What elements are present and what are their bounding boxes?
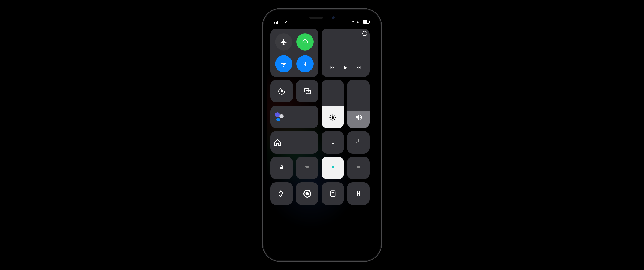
- signal-icon: [274, 20, 280, 24]
- home-tile-bedroom[interactable]: [347, 131, 370, 154]
- svg-point-13: [333, 141, 333, 141]
- screen-record-button[interactable]: [296, 182, 318, 205]
- svg-rect-21: [331, 192, 334, 193]
- cellular-toggle[interactable]: [296, 33, 314, 51]
- svg-point-16: [305, 166, 309, 168]
- rotation-lock-button[interactable]: [270, 80, 293, 102]
- fan-icon: [356, 139, 361, 144]
- play-button[interactable]: [343, 65, 348, 71]
- home-tile-kitchen[interactable]: [347, 157, 370, 179]
- prev-track-button[interactable]: [330, 65, 335, 71]
- svg-point-19: [306, 192, 309, 195]
- svg-point-23: [332, 193, 333, 194]
- home-favorites-tile[interactable]: [270, 131, 318, 154]
- airplane-toggle[interactable]: [275, 33, 292, 51]
- now-playing-tile[interactable]: [322, 29, 370, 77]
- connectivity-tile[interactable]: [270, 29, 318, 77]
- svg-point-27: [334, 195, 334, 195]
- svg-point-26: [332, 195, 333, 195]
- svg-line-8: [330, 116, 331, 116]
- lock-icon: [356, 20, 359, 23]
- screen-mirroring-button[interactable]: [296, 80, 318, 102]
- svg-point-25: [331, 195, 332, 195]
- calculator-button[interactable]: [322, 182, 344, 205]
- svg-point-17: [356, 166, 360, 168]
- home-tile-laundry[interactable]: [322, 131, 344, 154]
- svg-point-24: [334, 193, 334, 194]
- svg-line-10: [330, 119, 331, 120]
- svg-point-22: [331, 193, 332, 194]
- next-track-button[interactable]: [356, 65, 362, 71]
- home-icon: [274, 139, 281, 146]
- bluetooth-toggle[interactable]: [296, 55, 314, 73]
- home-tile-foyer[interactable]: [270, 157, 293, 179]
- notch: [297, 13, 347, 23]
- thermostat-badge: [332, 166, 334, 168]
- focus-icon: [275, 112, 284, 121]
- hearing-button[interactable]: [270, 182, 293, 205]
- brightness-slider[interactable]: [322, 80, 344, 128]
- lock-icon: [279, 164, 284, 170]
- light-icon: [356, 165, 361, 170]
- location-icon: [352, 20, 354, 23]
- tv-remote-button[interactable]: [347, 182, 370, 205]
- airplay-icon[interactable]: [362, 31, 367, 36]
- svg-line-11: [334, 116, 335, 116]
- battery-icon: [363, 20, 370, 24]
- svg-rect-12: [332, 140, 334, 143]
- wifi-icon: [283, 20, 288, 23]
- focus-button[interactable]: [270, 106, 318, 128]
- volume-slider[interactable]: [347, 80, 370, 128]
- svg-point-30: [358, 193, 359, 194]
- wifi-toggle[interactable]: [275, 55, 292, 73]
- light-icon: [304, 165, 310, 169]
- svg-line-9: [334, 119, 335, 120]
- svg-point-3: [332, 116, 334, 119]
- sensor-icon: [330, 139, 336, 144]
- iphone-1: [262, 8, 382, 262]
- home-tile-garage[interactable]: [296, 157, 318, 179]
- svg-point-29: [358, 192, 359, 192]
- svg-point-15: [356, 142, 360, 143]
- home-tile-hallway[interactable]: [322, 157, 344, 179]
